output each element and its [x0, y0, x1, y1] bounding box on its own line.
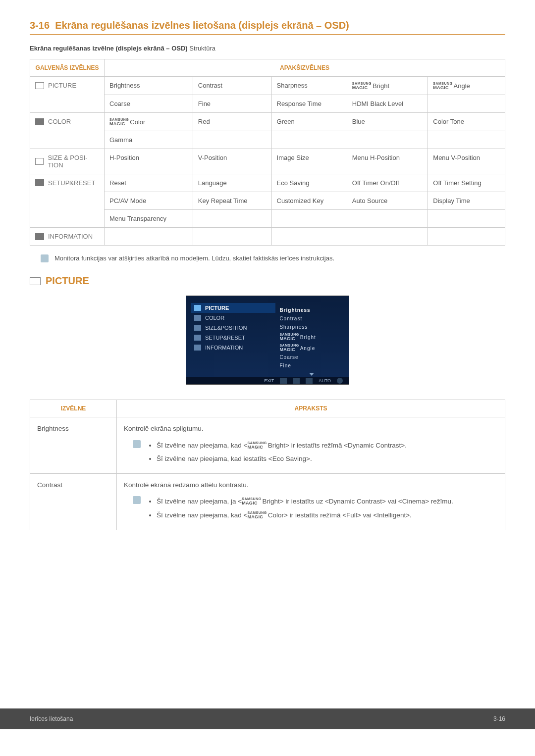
sub-cell — [428, 210, 505, 228]
color-icon — [194, 315, 201, 321]
sub-cell: Contrast — [193, 77, 271, 95]
sub-cell: V-Position — [193, 149, 271, 174]
osd-sub-item: Coarse — [279, 353, 344, 361]
info-icon — [35, 233, 44, 240]
sub-cell: Eco Saving — [271, 174, 347, 192]
sub-cell: Menu Transpa­rency — [105, 210, 193, 228]
sub-cell: Language — [193, 174, 271, 192]
osd-sub-item: Sharpness — [279, 323, 344, 331]
osd-footer: EXIT AUTO — [186, 377, 349, 384]
osd-power-icon — [337, 378, 343, 384]
table-row: SIZE & POSI­TION H-Position V-Position I… — [30, 149, 505, 174]
osd-sub-item: Fine — [279, 361, 344, 370]
osd-button-icon — [280, 378, 287, 384]
sub-cell — [271, 228, 347, 246]
menu-label: COLOR — [48, 118, 71, 125]
sub-cell: PC/AV Mode — [105, 192, 193, 210]
sub-cell — [347, 228, 428, 246]
osd-button-icon — [306, 378, 313, 384]
sub-cell — [347, 210, 428, 228]
sub-cell: Color Tone — [428, 113, 505, 131]
sub-cell: Menu V-Position — [428, 149, 505, 174]
structure-rest: Struktūra — [188, 45, 215, 52]
osd-item-setup: SETUP&RESET — [191, 333, 275, 343]
sub-cell: Coarse — [105, 95, 193, 113]
sub-cell: SAMSUNGMAGICBright — [347, 77, 428, 95]
menu-cell-picture: PICTURE — [35, 82, 99, 89]
sub-cell: SAMSUNGMAGICColor — [105, 113, 193, 131]
note-icon — [133, 440, 141, 448]
sub-cell — [193, 228, 271, 246]
size-icon — [35, 158, 44, 165]
menu-cell-size: SIZE & POSI­TION — [35, 154, 99, 169]
section-title: 3-16 Ekrāna regulēšanas izvēlnes lietoša… — [30, 20, 505, 35]
sub-cell: Customized Key — [271, 192, 347, 210]
setup-icon — [35, 179, 44, 186]
osd-arrow-down — [279, 371, 344, 377]
footer-left: Ierīces lietošana — [30, 715, 73, 722]
picture-heading-text: PICTURE — [46, 275, 89, 287]
size-icon — [194, 325, 201, 331]
th-menu: IZVĒLNE — [30, 400, 117, 417]
sub-cell: Brightness — [105, 77, 193, 95]
note-text: Monitora funkcijas var atšķirties atkarī… — [54, 254, 334, 262]
table-row: COLOR SAMSUNGMAGICColor Red Green Blue C… — [30, 113, 505, 131]
sub-cell: Reset — [105, 174, 193, 192]
picture-icon — [35, 82, 44, 89]
th-sub: APAKŠIZVĒLNES — [105, 59, 505, 77]
osd-auto: AUTO — [319, 378, 331, 383]
section-number: 3-16 — [30, 20, 50, 31]
sub-cell: Off Timer On/Off — [347, 174, 428, 192]
color-icon — [35, 118, 44, 125]
desc-cell: Kontrolē ekrānā redzamo attēlu kontrastu… — [117, 473, 505, 530]
table-row: Contrast Kontrolē ekrānā redzamo attēlu … — [30, 473, 505, 530]
sub-cell: Blue — [347, 113, 428, 131]
sub-cell: Off Timer Setting — [428, 174, 505, 192]
chevron-down-icon — [309, 373, 314, 376]
osd-sub-item: Contrast — [279, 314, 344, 323]
menu-cell-setup: SETUP&RESET — [35, 179, 99, 187]
osd-item-color: COLOR — [191, 313, 275, 323]
note-item: Šī izvēlne nav pieejama, kad iestatīts <… — [157, 454, 407, 464]
menu-cell-color: COLOR — [35, 118, 99, 125]
sub-cell: Green — [271, 113, 347, 131]
sub-cell: Fine — [193, 95, 271, 113]
osd-main-menu: PICTURE COLOR SIZE&POSITION SETUP&RESET … — [186, 301, 275, 377]
note-block: Šī izvēlne nav pieejama, kad <SAMSUNGMAG… — [124, 440, 498, 467]
page-footer: Ierīces lietošana 3-16 — [0, 708, 535, 729]
desc-label: Brightness — [30, 417, 117, 474]
osd-item-info: INFORMATION — [191, 343, 275, 353]
magic-logo: SAMSUNGMAGIC — [279, 333, 299, 341]
magic-logo: SAMSUNGMAGIC — [433, 82, 452, 90]
magic-logo: SAMSUNGMAGIC — [352, 82, 372, 90]
magic-logo: SAMSUNGMAGIC — [109, 118, 129, 126]
osd-sub-item: Brightness — [279, 306, 344, 314]
osd-item-picture: PICTURE — [191, 303, 275, 313]
footer-right: 3-16 — [493, 715, 505, 722]
th-desc: APRAKSTS — [117, 400, 505, 417]
osd-exit: EXIT — [264, 378, 274, 383]
desc-label: Contrast — [30, 473, 117, 530]
menu-structure-table: GALVENĀS IZVĒLNES APAKŠIZVĒLNES PICTURE … — [30, 59, 505, 246]
sub-cell: Image Size — [271, 149, 347, 174]
osd-sub-item: SAMSUNGMAGICBright — [279, 331, 344, 342]
desc-lead: Kontrolē ekrānā redzamo attēlu kontrastu… — [124, 480, 498, 491]
sub-cell — [428, 228, 505, 246]
osd-sub-item: SAMSUNGMAGICAngle — [279, 342, 344, 353]
note-item: Šī izvēlne nav pieejama, ja <SAMSUNGMAGI… — [157, 496, 453, 507]
sub-cell: Key Repeat Time — [193, 192, 271, 210]
sub-cell: H-Position — [105, 149, 193, 174]
picture-icon — [194, 305, 201, 311]
sub-cell: Sharpness — [271, 77, 347, 95]
magic-logo: SAMSUNGMAGIC — [247, 441, 267, 449]
note-icon — [41, 254, 49, 262]
osd-screenshot: PICTURE COLOR SIZE&POSITION SETUP&RESET … — [186, 296, 349, 385]
note-block: Šī izvēlne nav pieejama, ja <SAMSUNGMAGI… — [124, 496, 498, 523]
sub-cell — [347, 131, 428, 149]
setup-icon — [194, 335, 201, 341]
table-row: PICTURE Brightness Contrast Sharpness SA… — [30, 77, 505, 95]
sub-cell — [105, 228, 193, 246]
sub-cell: Display Time — [428, 192, 505, 210]
note-item: Šī izvēlne nav pieejama, kad <SAMSUNGMAG… — [157, 440, 407, 451]
structure-line: Ekrāna regulēšanas izvēlne (displejs ekr… — [30, 45, 505, 52]
